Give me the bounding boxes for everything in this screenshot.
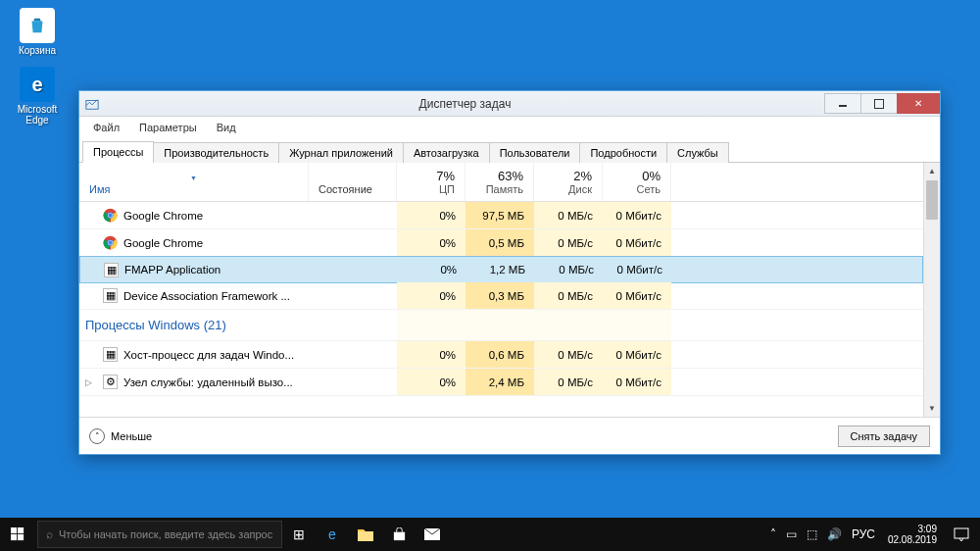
group-label: Процессы Windows (21) [79, 310, 309, 340]
scroll-down-icon[interactable]: ▼ [924, 400, 940, 417]
task-manager-window: Диспетчер задач Файл Параметры Вид Проце… [78, 90, 941, 455]
menu-view[interactable]: Вид [207, 119, 246, 136]
app-icon: ▦ [104, 263, 119, 277]
col-state[interactable]: Состояние [309, 163, 397, 201]
col-name[interactable]: ▼ Имя [79, 163, 309, 201]
cell-state [309, 369, 397, 395]
col-memory[interactable]: 63%Память [466, 163, 534, 201]
tray-battery-icon[interactable]: ▭ [783, 527, 800, 541]
action-center-icon[interactable] [947, 520, 976, 549]
minimize-button[interactable] [824, 93, 861, 114]
table-row[interactable]: Google Chrome0%97,5 МБ0 МБ/с0 Мбит/с [79, 202, 923, 229]
tray-network-icon[interactable]: ⬚ [804, 527, 820, 541]
chrome-icon [103, 208, 118, 223]
cell-disk: 0 МБ/с [534, 202, 603, 228]
start-button[interactable] [0, 518, 35, 551]
end-task-button[interactable]: Снять задачу [838, 426, 931, 447]
tray-language[interactable]: РУС [849, 527, 878, 541]
maximize-button[interactable] [860, 93, 898, 114]
footer: ˄ Меньше Снять задачу [79, 417, 940, 454]
desktop-icon-recycle-bin[interactable]: Корзина [8, 8, 67, 56]
cell-state [309, 202, 397, 228]
close-button[interactable] [897, 93, 940, 114]
cell-disk: 0 МБ/с [534, 341, 603, 368]
app-icon: ▦ [103, 288, 118, 303]
table-row[interactable]: ▦Device Association Framework ...0%0,3 М… [79, 282, 923, 310]
cell-disk: 0 МБ/с [534, 229, 603, 256]
svg-point-4 [108, 213, 112, 217]
fewer-details-button[interactable]: ˄ Меньше [89, 428, 152, 444]
menu-file[interactable]: Файл [83, 119, 129, 136]
cell-memory: 1,2 МБ [466, 257, 535, 282]
cell-name: ▦Device Association Framework ... [79, 282, 309, 309]
tray-clock[interactable]: 3:09 02.08.2019 [882, 524, 943, 545]
tab-details[interactable]: Подробности [579, 142, 667, 163]
cell-state [310, 257, 398, 282]
cell-cpu: 0% [397, 202, 466, 228]
tab-processes[interactable]: Процессы [82, 141, 154, 163]
taskbar-mail-icon[interactable] [416, 518, 449, 551]
window-title: Диспетчер задач [105, 97, 825, 111]
svg-rect-9 [11, 527, 17, 533]
taskbar: ⌕ Чтобы начать поиск, введите здесь запр… [0, 518, 980, 551]
cell-name: ▦FMAPP Application [80, 257, 310, 282]
cell-cpu: 0% [397, 282, 466, 309]
cell-state [309, 229, 397, 256]
expand-icon[interactable]: ▷ [85, 377, 95, 387]
scroll-up-icon[interactable]: ▲ [924, 163, 940, 179]
col-cpu[interactable]: 7%ЦП [397, 163, 466, 201]
search-input[interactable]: ⌕ Чтобы начать поиск, введите здесь запр… [37, 521, 282, 548]
cell-memory: 0,5 МБ [466, 229, 534, 256]
col-network[interactable]: 0%Сеть [603, 163, 671, 201]
cell-state [309, 341, 397, 368]
cell-cpu: 0% [397, 369, 466, 395]
desktop-icon-edge[interactable]: e Microsoft Edge [8, 67, 67, 125]
cell-network: 0 Мбит/с [604, 257, 672, 282]
cell-memory: 2,4 МБ [466, 369, 534, 395]
process-table: ▼ Имя Состояние 7%ЦП 63%Память 2%Диск 0%… [79, 163, 940, 417]
taskbar-edge-icon[interactable]: e [316, 518, 349, 551]
cell-network: 0 Мбит/с [603, 341, 671, 368]
desktop-icon-label: Корзина [8, 45, 67, 56]
taskbar-explorer-icon[interactable] [349, 518, 382, 551]
cell-cpu: 0% [397, 341, 466, 368]
table-row[interactable]: ▦FMAPP Application0%1,2 МБ0 МБ/с0 Мбит/с [79, 256, 923, 283]
table-row[interactable]: ▦Хост-процесс для задач Windo...0%0,6 МБ… [79, 341, 923, 369]
cell-cpu: 0% [398, 257, 466, 282]
tab-services[interactable]: Службы [666, 142, 729, 163]
group-header-row[interactable]: Процессы Windows (21) [79, 310, 923, 341]
cell-disk: 0 МБ/с [534, 369, 603, 395]
chevron-up-icon: ˄ [89, 428, 105, 444]
titlebar[interactable]: Диспетчер задач [79, 91, 940, 117]
taskbar-store-icon[interactable] [382, 518, 416, 551]
tab-app-history[interactable]: Журнал приложений [278, 142, 404, 163]
tab-users[interactable]: Пользователи [489, 142, 581, 163]
service-icon: ⚙ [103, 375, 118, 389]
cell-disk: 0 МБ/с [535, 257, 604, 282]
cell-name: Google Chrome [79, 202, 309, 228]
table-row[interactable]: ▷⚙Узел службы: удаленный вызо...0%2,4 МБ… [79, 369, 923, 396]
search-icon: ⌕ [46, 527, 53, 541]
cell-network: 0 Мбит/с [603, 229, 671, 256]
svg-point-8 [108, 240, 112, 244]
scroll-thumb[interactable] [926, 180, 938, 220]
cell-name: Google Chrome [79, 229, 309, 256]
table-row[interactable]: Google Chrome0%0,5 МБ0 МБ/с0 Мбит/с [79, 229, 923, 257]
svg-rect-11 [11, 534, 17, 540]
recycle-bin-icon [20, 8, 55, 43]
chrome-icon [103, 235, 118, 250]
cell-memory: 0,3 МБ [466, 282, 534, 309]
cell-disk: 0 МБ/с [534, 282, 603, 309]
cell-name: ▷⚙Узел службы: удаленный вызо... [79, 369, 309, 395]
cell-network: 0 Мбит/с [603, 369, 671, 395]
tab-startup[interactable]: Автозагрузка [403, 142, 490, 163]
vertical-scrollbar[interactable]: ▲ ▼ [923, 163, 940, 417]
tray-volume-icon[interactable]: 🔊 [824, 527, 845, 541]
col-disk[interactable]: 2%Диск [534, 163, 603, 201]
menubar: Файл Параметры Вид [79, 117, 940, 138]
menu-options[interactable]: Параметры [129, 119, 207, 136]
tray-up-icon[interactable]: ˄ [767, 527, 779, 541]
task-view-button[interactable]: ⊞ [282, 518, 316, 551]
tab-performance[interactable]: Производительность [153, 142, 279, 163]
desktop-icon-label: Microsoft Edge [8, 104, 67, 125]
